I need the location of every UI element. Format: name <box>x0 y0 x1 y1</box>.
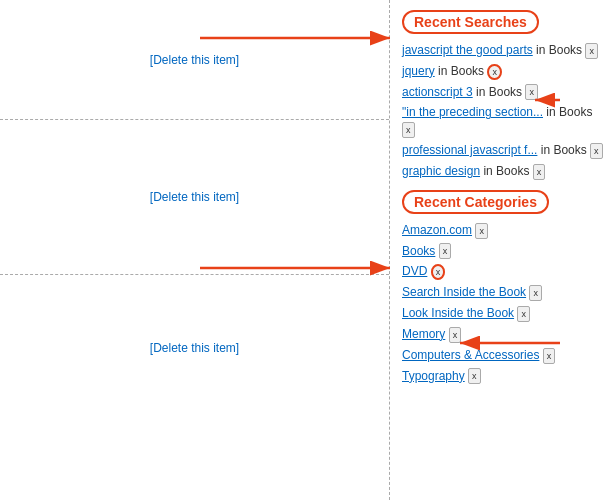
close-btn-0[interactable]: x <box>585 43 598 59</box>
close-btn-3[interactable]: x <box>402 122 415 138</box>
search-item-2: actionscript 3 in Books x <box>402 84 603 101</box>
category-item-1: Books x <box>402 243 603 260</box>
search-item-3: "in the preceding section... in Books x <box>402 104 603 138</box>
delete-item-1[interactable]: [Delete this item] <box>150 53 239 67</box>
category-item-6: Computers & Accessories x <box>402 347 603 364</box>
category-item-3: Search Inside the Book x <box>402 284 603 301</box>
recent-searches-section: Recent Searches javascript the good part… <box>402 10 603 180</box>
cat-close-7[interactable]: x <box>468 368 481 384</box>
cat-close-6[interactable]: x <box>543 348 556 364</box>
search-item-1: jquery in Books x <box>402 63 603 80</box>
left-section-1: [Delete this item] <box>0 0 389 120</box>
close-btn-2[interactable]: x <box>525 84 538 100</box>
delete-item-3[interactable]: [Delete this item] <box>150 341 239 355</box>
main-container: [Delete this item] [Delete this item] [D… <box>0 0 615 500</box>
category-item-5: Memory x <box>402 326 603 343</box>
category-item-7: Typography x <box>402 368 603 385</box>
category-link-4[interactable]: Look Inside the Book <box>402 306 514 320</box>
close-btn-4[interactable]: x <box>590 143 603 159</box>
left-section-3: [Delete this item] <box>0 275 389 420</box>
cat-close-3[interactable]: x <box>529 285 542 301</box>
left-section-2: [Delete this item] <box>0 120 389 275</box>
right-panel: Recent Searches javascript the good part… <box>390 0 615 500</box>
search-link-4[interactable]: professional javascript f... <box>402 143 537 157</box>
close-btn-1-highlighted[interactable]: x <box>487 64 502 80</box>
search-item-4: professional javascript f... in Books x <box>402 142 603 159</box>
category-link-1[interactable]: Books <box>402 244 435 258</box>
recent-searches-header: Recent Searches <box>402 10 539 34</box>
cat-close-5[interactable]: x <box>449 327 462 343</box>
delete-item-2[interactable]: [Delete this item] <box>150 190 239 204</box>
recent-categories-section: Recent Categories Amazon.com x Books x D… <box>402 190 603 385</box>
category-item-0: Amazon.com x <box>402 222 603 239</box>
search-link-2[interactable]: actionscript 3 <box>402 85 473 99</box>
category-link-6[interactable]: Computers & Accessories <box>402 348 539 362</box>
category-link-2[interactable]: DVD <box>402 264 427 278</box>
category-link-5[interactable]: Memory <box>402 327 445 341</box>
cat-close-1[interactable]: x <box>439 243 452 259</box>
left-panel: [Delete this item] [Delete this item] [D… <box>0 0 390 500</box>
cat-close-4[interactable]: x <box>517 306 530 322</box>
category-item-4: Look Inside the Book x <box>402 305 603 322</box>
search-item-0: javascript the good parts in Books x <box>402 42 603 59</box>
search-link-3[interactable]: "in the preceding section... <box>402 105 543 119</box>
category-link-3[interactable]: Search Inside the Book <box>402 285 526 299</box>
search-link-1[interactable]: jquery <box>402 64 435 78</box>
search-link-0[interactable]: javascript the good parts <box>402 43 533 57</box>
category-item-2: DVD x <box>402 263 603 280</box>
cat-close-2-highlighted[interactable]: x <box>431 264 446 280</box>
category-link-7[interactable]: Typography <box>402 369 465 383</box>
close-btn-5[interactable]: x <box>533 164 546 180</box>
cat-close-0[interactable]: x <box>475 223 488 239</box>
recent-categories-header: Recent Categories <box>402 190 549 214</box>
search-item-5: graphic design in Books x <box>402 163 603 180</box>
search-link-5[interactable]: graphic design <box>402 164 480 178</box>
category-link-0[interactable]: Amazon.com <box>402 223 472 237</box>
